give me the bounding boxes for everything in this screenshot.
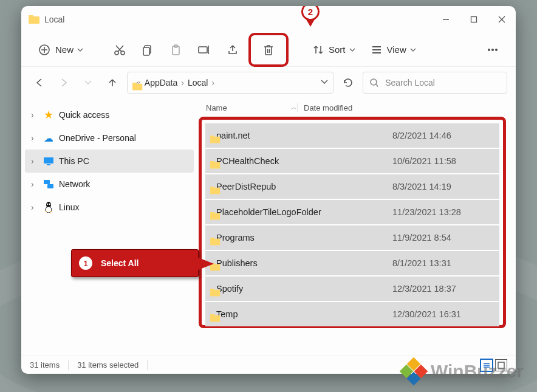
chevron-right-icon: › [31, 179, 38, 189]
svg-rect-29 [44, 180, 50, 184]
share-button[interactable] [221, 38, 245, 62]
callout-step2-number: 2 [301, 6, 320, 21]
file-name: Programs [216, 233, 386, 242]
tree-item-label: Quick access [59, 110, 109, 120]
rename-button[interactable] [191, 38, 217, 62]
breadcrumb-parent[interactable]: AppData [145, 78, 177, 88]
svg-rect-28 [47, 164, 50, 165]
sort-button-label: Sort [329, 44, 346, 55]
share-icon [227, 44, 239, 56]
navigation-bar: « AppData › Local › [21, 67, 516, 98]
navigation-tree: › ★ Quick access › ☁ OneDrive - Personal… [21, 98, 197, 356]
search-icon [369, 78, 378, 88]
file-name: Publishers [216, 258, 386, 268]
paste-button[interactable] [163, 38, 188, 62]
status-item-count: 31 items [30, 360, 60, 370]
file-explorer-window: 2 Local New [21, 6, 516, 374]
status-selected-count: 31 items selected [77, 360, 139, 370]
chevron-right-icon: › [31, 133, 38, 143]
tree-item-onedrive[interactable]: › ☁ OneDrive - Personal [25, 126, 194, 150]
chevron-down-icon [77, 47, 83, 53]
file-row[interactable]: Publishers8/1/2021 13:31 [205, 251, 499, 275]
refresh-button[interactable] [338, 73, 358, 92]
file-name: PeerDistRepub [216, 182, 386, 191]
sort-indicator-icon: ︿ [291, 103, 297, 112]
callout-step1-text: Select All [101, 258, 139, 268]
close-button[interactable] [488, 6, 516, 33]
network-icon [43, 179, 54, 190]
sort-button[interactable]: Sort [307, 38, 361, 62]
tree-item-quick-access[interactable]: › ★ Quick access [25, 103, 194, 126]
file-name: paint.net [216, 131, 386, 140]
tree-item-network[interactable]: › Network [25, 173, 194, 196]
minimize-button[interactable] [432, 6, 460, 33]
file-date: 12/30/2021 16:31 [392, 309, 461, 319]
address-bar[interactable]: « AppData › Local › [127, 72, 333, 94]
back-button[interactable] [30, 73, 49, 92]
svg-rect-1 [471, 17, 477, 22]
copy-icon [142, 44, 154, 56]
file-row[interactable]: paint.net8/2/2021 14:46 [205, 123, 499, 148]
watermark-text: WinBuzzer [431, 361, 524, 382]
file-date: 11/23/2021 13:28 [392, 207, 461, 217]
column-headers[interactable]: Name ︿ Date modified [197, 98, 516, 117]
delete-button[interactable] [248, 33, 289, 67]
recent-locations-button[interactable] [78, 73, 98, 92]
file-date: 10/6/2021 11:58 [392, 156, 456, 166]
file-date: 11/9/2021 8:54 [392, 233, 451, 242]
file-date: 12/3/2021 18:37 [392, 284, 456, 294]
address-dropdown[interactable] [321, 78, 328, 88]
linux-icon [43, 202, 54, 213]
new-button[interactable]: New [32, 38, 89, 62]
column-date-modified[interactable]: Date modified [297, 103, 516, 112]
forward-button[interactable] [54, 73, 74, 92]
chevron-right-icon: › [31, 202, 38, 212]
star-icon: ★ [43, 109, 54, 120]
file-date: 8/3/2021 14:19 [392, 182, 451, 191]
file-date: 8/2/2021 14:46 [392, 131, 451, 140]
file-row[interactable]: PCHealthCheck10/6/2021 11:58 [205, 149, 499, 173]
file-row[interactable]: PlaceholderTileLogoFolder11/23/2021 13:2… [205, 200, 499, 224]
tree-item-label: Linux [59, 202, 79, 212]
folder-icon [29, 15, 39, 24]
search-input[interactable] [384, 77, 501, 88]
svg-point-24 [495, 49, 497, 50]
svg-rect-30 [47, 184, 53, 188]
chevron-right-icon: › [31, 156, 38, 166]
toolbar: New Sort Vie [21, 33, 516, 67]
watermark: WinBuzzer [402, 359, 524, 383]
rename-icon [197, 44, 211, 56]
clipboard-icon [169, 44, 182, 56]
cut-button[interactable] [108, 38, 132, 62]
file-name: Spotify [216, 284, 386, 294]
trash-icon [262, 43, 275, 57]
new-button-label: New [55, 44, 74, 55]
breadcrumb-current[interactable]: Local [188, 78, 208, 88]
file-row[interactable]: Temp12/30/2021 16:31 [205, 302, 499, 326]
search-box[interactable] [363, 72, 507, 94]
up-button[interactable] [103, 73, 122, 92]
file-name: PlaceholderTileLogoFolder [216, 207, 386, 217]
callout-selection-frame: paint.net8/2/2021 14:46PCHealthCheck10/6… [199, 117, 506, 328]
tree-item-label: Network [59, 179, 90, 189]
more-button[interactable] [481, 38, 505, 62]
file-row[interactable]: Spotify12/3/2021 18:37 [205, 277, 499, 301]
tree-item-linux[interactable]: › Linux [25, 196, 194, 219]
file-row[interactable]: Programs11/9/2021 8:54 [205, 225, 499, 250]
file-row[interactable]: PeerDistRepub8/3/2021 14:19 [205, 174, 499, 199]
callout-step1: 1 Select All [71, 249, 199, 277]
titlebar: Local [21, 6, 516, 33]
chevron-right-icon: › [211, 78, 214, 88]
copy-button[interactable] [135, 38, 160, 62]
chevron-down-icon [410, 47, 416, 53]
svg-point-25 [371, 79, 377, 85]
svg-rect-27 [44, 157, 53, 163]
maximize-button[interactable] [460, 6, 488, 33]
svg-point-34 [49, 204, 50, 205]
callout-step1-number: 1 [79, 256, 92, 270]
view-button-label: View [387, 44, 406, 55]
view-button[interactable]: View [365, 38, 422, 62]
file-name: PCHealthCheck [216, 156, 386, 166]
list-icon [371, 44, 382, 55]
tree-item-this-pc[interactable]: › This PC [25, 150, 194, 173]
